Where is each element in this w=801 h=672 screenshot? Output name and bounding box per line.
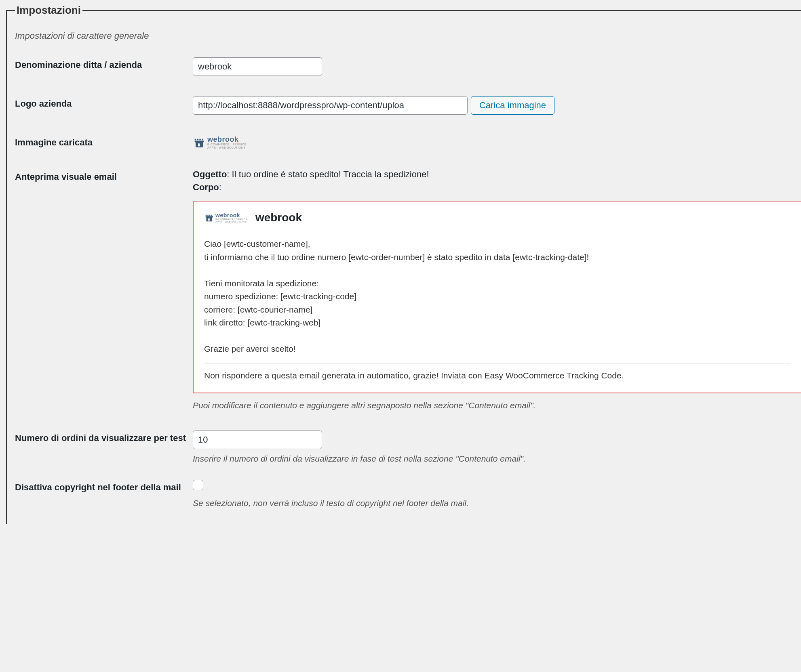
row-company-logo: Logo azienda Carica immagine <box>15 96 801 115</box>
label-company-logo: Logo azienda <box>15 96 193 109</box>
disable-copyright-checkbox[interactable] <box>193 480 203 490</box>
email-body-colon: : <box>219 182 221 192</box>
label-orders-count: Numero di ordini da visualizzare per tes… <box>15 430 193 443</box>
row-email-preview: Anteprima visuale email Oggetto: Il tuo … <box>15 169 801 410</box>
email-preview-help: Puoi modificare il contenuto e aggiunger… <box>193 401 801 410</box>
row-uploaded-image: Immagine caricata webrook E-COMMERCE · S… <box>15 135 801 149</box>
email-header-logo-text: webrook <box>215 212 247 218</box>
uploaded-logo-preview: webrook E-COMMERCE · SERVICE APPS · WEB … <box>193 135 801 149</box>
email-header-company: webrook <box>255 211 302 224</box>
email-header-logo: webrook E-COMMERCE · SERVICE APPS · WEB … <box>204 212 247 223</box>
row-orders-count: Numero di ordini da visualizzare per tes… <box>15 430 801 464</box>
label-email-preview: Anteprima visuale email <box>15 169 193 182</box>
label-company-name: Denominazione ditta / azienda <box>15 57 193 70</box>
email-body-label-line: Corpo: <box>193 182 801 193</box>
settings-fieldset: Impostazioni Impostazioni di carattere g… <box>6 4 801 524</box>
row-disable-copyright: Disattiva copyright nel footer della mai… <box>15 480 801 508</box>
orders-count-help: Inserire il numero di ordini da visualiz… <box>193 454 801 464</box>
orders-count-input[interactable] <box>193 430 322 449</box>
email-body-label: Corpo <box>193 182 219 192</box>
email-subject-line: Oggetto: Il tuo ordine è stato spedito! … <box>193 169 801 180</box>
email-body-text: Ciao [ewtc-customer-name], ti informiamo… <box>204 237 790 363</box>
svg-rect-0 <box>198 143 200 146</box>
castle-icon <box>193 137 204 148</box>
company-logo-url-input[interactable] <box>193 96 468 115</box>
settings-legend: Impostazioni <box>15 4 82 17</box>
email-subject-value: : Il tuo ordine è stato spedito! Traccia… <box>227 169 429 179</box>
settings-intro: Impostazioni di carattere generale <box>15 31 801 41</box>
email-preview-header: webrook E-COMMERCE · SERVICE APPS · WEB … <box>204 211 790 230</box>
label-uploaded-image: Immagine caricata <box>15 135 193 148</box>
email-footer-text: Non rispondere a questa email generata i… <box>204 371 790 380</box>
email-preview-box: webrook E-COMMERCE · SERVICE APPS · WEB … <box>193 201 801 393</box>
logo-text: webrook <box>207 136 247 143</box>
castle-icon <box>204 213 213 222</box>
upload-image-button[interactable]: Carica immagine <box>471 96 554 115</box>
svg-rect-1 <box>208 218 210 221</box>
disable-copyright-help: Se selezionato, non verrà incluso il tes… <box>193 498 801 508</box>
company-name-input[interactable] <box>193 57 322 76</box>
email-subject-label: Oggetto <box>193 169 227 179</box>
logo-subtext-2: APPS · WEB SOLUTIONS <box>207 146 247 149</box>
email-header-logo-sub2: APPS · WEB SOLUTIONS <box>215 220 247 223</box>
label-disable-copyright: Disattiva copyright nel footer della mai… <box>15 480 193 493</box>
row-company-name: Denominazione ditta / azienda <box>15 57 801 76</box>
